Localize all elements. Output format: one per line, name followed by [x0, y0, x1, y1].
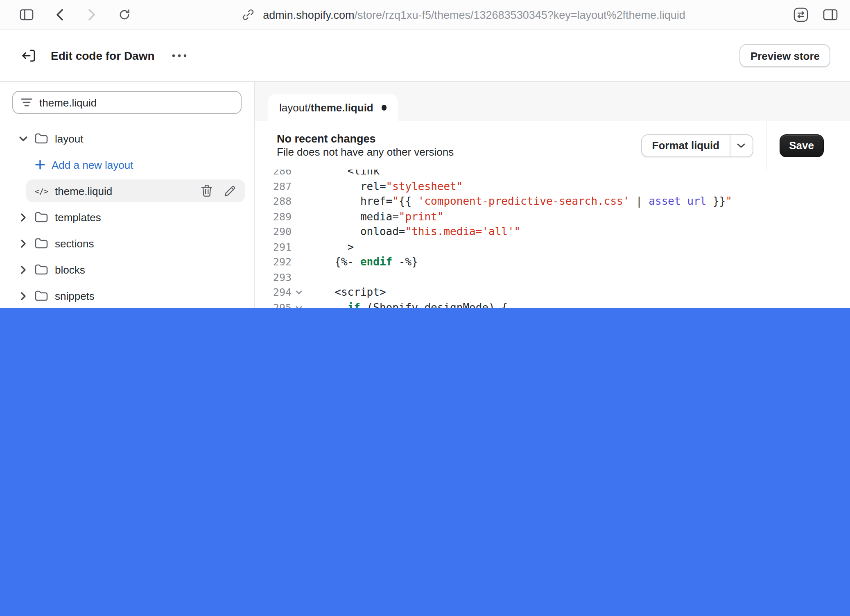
- format-liquid-button[interactable]: Format liquid: [642, 134, 753, 157]
- link-icon: [240, 7, 256, 23]
- tree-item-label: blocks: [55, 263, 85, 276]
- chevron-right-icon[interactable]: [18, 239, 28, 248]
- folder-icon: [34, 238, 48, 249]
- fold-spacer: [292, 270, 305, 285]
- line-number: 295: [255, 300, 292, 308]
- chevron-right-icon[interactable]: [18, 265, 28, 274]
- code-fold-icon[interactable]: [292, 285, 305, 300]
- sidebar-item-templates[interactable]: templates: [0, 204, 254, 230]
- status-subtitle: File does not have any other versions: [277, 146, 454, 158]
- extensions-icon[interactable]: [793, 7, 809, 23]
- screen: admin.shopify.com/store/rzq1xu-f5/themes…: [0, 0, 850, 308]
- exit-code-editor-icon[interactable]: [17, 44, 40, 67]
- tab-strip: layout/theme.liquid: [255, 82, 850, 121]
- sidebar-item-sections[interactable]: sections: [0, 230, 254, 256]
- toolbar-divider: [766, 121, 767, 170]
- status-title: No recent changes: [277, 133, 454, 145]
- main-content: layoutAdd a new layout</>theme.liquidtem…: [0, 82, 850, 308]
- chevron-down-icon[interactable]: [18, 136, 28, 141]
- fold-spacer: [292, 209, 305, 224]
- fold-spacer: [292, 240, 305, 255]
- sidebar-item-theme-liquid[interactable]: </>theme.liquid: [26, 179, 245, 202]
- sidebar-item-blocks[interactable]: blocks: [0, 256, 254, 283]
- code-line-294[interactable]: 294 <script>: [255, 285, 850, 300]
- tree-item-label: snippets: [55, 290, 95, 302]
- code-line-295[interactable]: 295 if (Shopify.designMode) {: [255, 300, 850, 308]
- browser-window: admin.shopify.com/store/rzq1xu-f5/themes…: [0, 0, 850, 308]
- tab-theme-liquid[interactable]: layout/theme.liquid: [268, 94, 398, 121]
- unsaved-indicator: [382, 105, 387, 111]
- tab-label: layout/theme.liquid: [279, 102, 373, 114]
- folder-icon: [34, 133, 48, 144]
- pencil-icon[interactable]: [223, 185, 236, 197]
- line-number: 292: [255, 255, 292, 270]
- tree-item-label: Add a new layout: [52, 159, 133, 171]
- save-button[interactable]: Save: [779, 134, 824, 157]
- trash-icon[interactable]: [200, 184, 213, 197]
- line-number: 294: [255, 285, 292, 300]
- folder-icon: [34, 290, 48, 301]
- preview-store-button[interactable]: Preview store: [740, 44, 830, 67]
- code-file-icon: </>: [34, 186, 48, 195]
- code-line-292[interactable]: 292 {%- endif -%}: [255, 255, 850, 270]
- tree-item-label: theme.liquid: [55, 185, 112, 197]
- split-view-icon[interactable]: [822, 7, 839, 23]
- fold-spacer: [292, 179, 305, 194]
- code-fold-icon[interactable]: [292, 300, 305, 308]
- filter-icon: [20, 97, 33, 107]
- code-line-293[interactable]: 293: [255, 270, 850, 285]
- plus-icon: [35, 160, 45, 170]
- reload-icon[interactable]: [116, 7, 133, 23]
- url-text: admin.shopify.com/store/rzq1xu-f5/themes…: [263, 9, 685, 21]
- format-liquid-label[interactable]: Format liquid: [642, 135, 730, 156]
- editor-toolbar: No recent changes File does not have any…: [255, 121, 850, 170]
- version-status: No recent changes File does not have any…: [277, 133, 454, 158]
- code-line-289[interactable]: 289 media="print": [255, 209, 850, 224]
- editor-panel: layout/theme.liquid No recent changes Fi…: [255, 82, 850, 308]
- line-number: 289: [255, 209, 292, 224]
- browser-right-controls: [793, 7, 839, 23]
- fold-spacer: [292, 224, 305, 240]
- chevron-right-icon[interactable]: [18, 291, 28, 300]
- code-line-290[interactable]: 290 onload="this.media='all'": [255, 224, 850, 240]
- folder-icon: [34, 211, 48, 223]
- file-sidebar: layoutAdd a new layout</>theme.liquidtem…: [0, 82, 255, 308]
- line-number: 288: [255, 194, 292, 209]
- app-header: Edit code for Dawn Preview store: [0, 30, 850, 82]
- line-number: 293: [255, 270, 292, 285]
- back-icon[interactable]: [51, 7, 67, 23]
- chevron-down-icon[interactable]: [729, 135, 752, 156]
- more-actions-icon[interactable]: [168, 44, 191, 67]
- folder-icon: [34, 264, 48, 275]
- line-number: 290: [255, 224, 292, 240]
- sidebar-item-layout[interactable]: layout: [0, 125, 254, 152]
- sidebar-add-layout[interactable]: Add a new layout: [0, 152, 254, 178]
- tree-item-label: sections: [55, 237, 94, 249]
- sidebar-item-snippets[interactable]: snippets: [0, 283, 254, 308]
- search-input[interactable]: [39, 96, 233, 109]
- code-lines: 286 <link287 rel="stylesheet"288 href="{…: [255, 170, 850, 308]
- fold-spacer: [292, 255, 305, 270]
- page-title: Edit code for Dawn: [51, 49, 155, 62]
- line-number: 286: [255, 170, 292, 179]
- browser-chrome: admin.shopify.com/store/rzq1xu-f5/themes…: [0, 0, 850, 30]
- url-bar[interactable]: admin.shopify.com/store/rzq1xu-f5/themes…: [133, 7, 793, 23]
- fold-spacer: [292, 170, 305, 179]
- browser-nav-controls: [18, 7, 133, 23]
- code-line-287[interactable]: 287 rel="stylesheet": [255, 179, 850, 194]
- file-search-box[interactable]: [12, 91, 242, 114]
- forward-icon[interactable]: [84, 7, 100, 23]
- code-line-291[interactable]: 291 >: [255, 240, 850, 255]
- code-editor[interactable]: 286 <link287 rel="stylesheet"288 href="{…: [255, 170, 850, 308]
- line-number: 287: [255, 179, 292, 194]
- tree-item-label: layout: [55, 132, 83, 145]
- sidebar-toggle-icon[interactable]: [18, 7, 34, 23]
- fold-spacer: [292, 194, 305, 209]
- file-tree: layoutAdd a new layout</>theme.liquidtem…: [0, 125, 254, 308]
- code-line-286[interactable]: 286 <link: [255, 170, 850, 179]
- tree-item-label: templates: [55, 211, 101, 223]
- line-number: 291: [255, 240, 292, 255]
- chevron-right-icon[interactable]: [18, 213, 28, 222]
- code-line-288[interactable]: 288 href="{{ 'component-predictive-searc…: [255, 194, 850, 209]
